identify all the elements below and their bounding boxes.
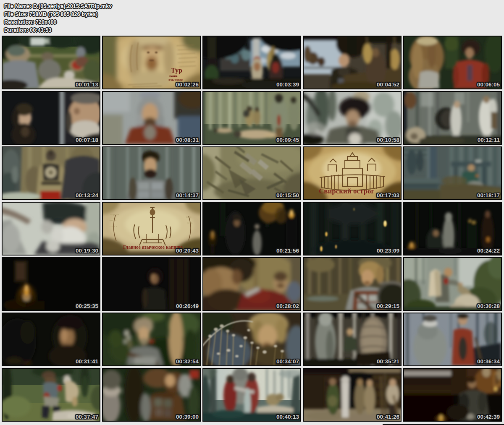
svg-text:королл: королл — [110, 213, 119, 216]
svg-text:несь: несь — [187, 221, 192, 224]
svg-text:глад в: глад в — [110, 224, 117, 228]
svg-text:похова: похова — [109, 219, 118, 222]
svg-text:Свирский острог: Свирский острог — [319, 187, 374, 195]
svg-text:того: того — [186, 215, 192, 219]
svg-text:Главное языческое капище: Главное языческое капище — [123, 245, 183, 250]
svg-text:Тур: Тур — [171, 67, 182, 74]
